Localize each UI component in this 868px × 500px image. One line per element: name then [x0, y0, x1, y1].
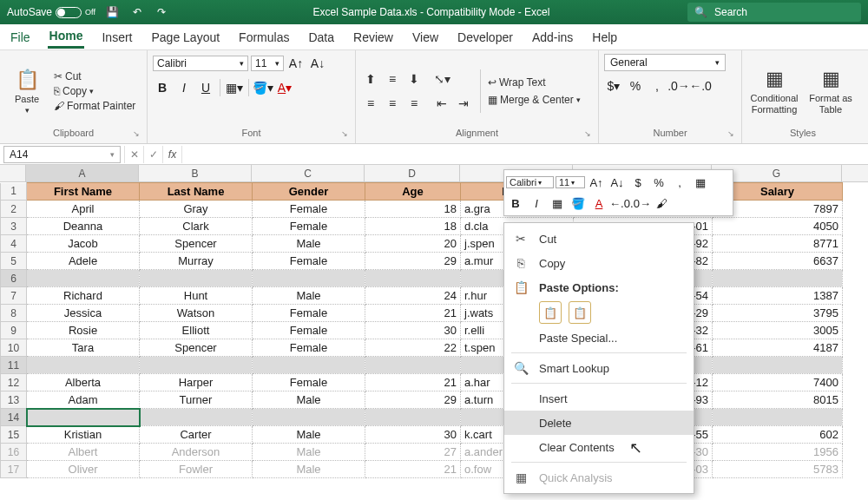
increase-indent-icon[interactable]: ⇥: [454, 94, 473, 113]
cell[interactable]: Kristian: [27, 426, 140, 444]
fill-color-button[interactable]: 🪣: [569, 194, 588, 213]
font-color-button[interactable]: A▾: [275, 78, 294, 97]
cell[interactable]: 22: [365, 339, 461, 357]
cell[interactable]: Watson: [140, 305, 253, 322]
cell[interactable]: [253, 409, 365, 426]
cell[interactable]: [27, 409, 140, 426]
comma-icon[interactable]: ,: [670, 173, 689, 192]
cell[interactable]: [253, 270, 365, 287]
row-header[interactable]: 6: [1, 270, 27, 287]
number-format-select[interactable]: General▾: [604, 54, 726, 71]
cell[interactable]: 27: [365, 444, 461, 461]
row-header[interactable]: 9: [1, 322, 27, 339]
cell[interactable]: April: [27, 201, 140, 218]
tab-data[interactable]: Data: [306, 27, 336, 48]
menu-copy[interactable]: ⎘Copy: [504, 251, 694, 275]
cell[interactable]: 8771: [713, 235, 843, 253]
increase-decimal-icon[interactable]: .0→: [631, 194, 650, 213]
percent-icon[interactable]: %: [649, 173, 668, 192]
font-name-select[interactable]: Calibri▾: [153, 56, 248, 71]
italic-button[interactable]: I: [527, 194, 546, 213]
fill-color-button[interactable]: 🪣▾: [253, 78, 273, 97]
cell[interactable]: Oliver: [27, 461, 140, 478]
paste-option-default[interactable]: 📋: [539, 301, 562, 324]
format-painter-icon[interactable]: 🖌: [652, 194, 671, 213]
row-header[interactable]: 10: [1, 339, 27, 357]
cell[interactable]: Male: [253, 391, 365, 409]
menu-paste-special[interactable]: Paste Special...: [504, 326, 694, 350]
header-cell[interactable]: First Name: [27, 183, 140, 201]
bold-button[interactable]: B: [153, 78, 172, 97]
increase-font-icon[interactable]: A↑: [286, 54, 306, 73]
autosave-toggle[interactable]: AutoSave Off: [7, 6, 95, 18]
tab-formulas[interactable]: Formulas: [237, 27, 291, 48]
currency-icon[interactable]: $: [628, 173, 648, 192]
cell[interactable]: Male: [253, 461, 365, 478]
cell[interactable]: Gray: [140, 201, 253, 218]
tab-file[interactable]: File: [9, 27, 32, 48]
cell[interactable]: [140, 357, 253, 374]
row-header[interactable]: 14: [1, 409, 27, 426]
cell[interactable]: Anderson: [140, 444, 253, 461]
tab-home[interactable]: Home: [48, 25, 85, 49]
spreadsheet-grid[interactable]: ABCDEFG 1First NameLast NameGenderAgeEma…: [0, 165, 868, 478]
cell[interactable]: Murray: [140, 253, 253, 270]
cell[interactable]: 18: [365, 218, 461, 235]
cell[interactable]: Alberta: [27, 374, 140, 391]
cell[interactable]: 3795: [713, 305, 843, 322]
cell[interactable]: 24: [365, 287, 461, 305]
menu-cut[interactable]: ✂Cut: [504, 227, 694, 251]
cell[interactable]: [365, 270, 461, 287]
tab-add-ins[interactable]: Add-ins: [530, 27, 575, 48]
border-button[interactable]: ▦: [548, 194, 567, 213]
row-header[interactable]: 16: [1, 444, 27, 461]
row-header[interactable]: 17: [1, 461, 27, 478]
orientation-icon[interactable]: ⤡▾: [432, 69, 451, 89]
header-cell[interactable]: Last Name: [140, 183, 253, 201]
cell[interactable]: Turner: [140, 391, 253, 409]
dialog-launcher-icon[interactable]: ↘: [727, 129, 734, 138]
tab-help[interactable]: Help: [590, 27, 619, 48]
row-header[interactable]: 15: [1, 426, 27, 444]
wrap-text-button[interactable]: ↩Wrap Text: [488, 76, 581, 89]
menu-insert[interactable]: Insert: [504, 386, 694, 411]
cell[interactable]: Spencer: [140, 235, 253, 253]
cell[interactable]: [713, 357, 843, 374]
name-box[interactable]: A14▾: [3, 146, 121, 163]
cell[interactable]: Richard: [27, 287, 140, 305]
cell[interactable]: 6637: [713, 253, 843, 270]
cell[interactable]: 29: [365, 253, 461, 270]
cell[interactable]: 5783: [713, 461, 843, 478]
cell[interactable]: Rosie: [27, 322, 140, 339]
dialog-launcher-icon[interactable]: ↘: [584, 129, 591, 138]
bold-button[interactable]: B: [506, 194, 525, 213]
tab-review[interactable]: Review: [352, 27, 395, 48]
cell[interactable]: 1387: [713, 287, 843, 305]
cell[interactable]: 30: [365, 426, 461, 444]
decrease-decimal-icon[interactable]: ←.0: [691, 76, 710, 95]
currency-icon[interactable]: $▾: [604, 76, 623, 95]
cell[interactable]: [27, 357, 140, 374]
cell[interactable]: Female: [253, 322, 365, 339]
mini-size-select[interactable]: 11▾: [556, 176, 585, 188]
cell[interactable]: 4050: [713, 218, 843, 235]
row-header[interactable]: 11: [1, 357, 27, 374]
menu-delete[interactable]: Delete: [504, 411, 694, 435]
font-size-select[interactable]: 11▾: [251, 56, 284, 71]
cell[interactable]: Deanna: [27, 218, 140, 235]
merge-center-button[interactable]: ▦Merge & Center▾: [488, 94, 581, 106]
align-bottom-icon[interactable]: ⬇: [404, 69, 424, 89]
row-header[interactable]: 4: [1, 235, 27, 253]
cell[interactable]: Female: [253, 374, 365, 391]
tab-developer[interactable]: Developer: [456, 27, 515, 48]
cell[interactable]: Spencer: [140, 339, 253, 357]
undo-icon[interactable]: ↶: [130, 5, 144, 19]
column-header-A[interactable]: A: [26, 165, 139, 181]
save-icon[interactable]: 💾: [106, 5, 120, 19]
cell[interactable]: [713, 270, 843, 287]
fx-icon[interactable]: fx: [162, 146, 181, 163]
cell[interactable]: [713, 409, 843, 426]
row-header[interactable]: 2: [1, 201, 27, 218]
increase-font-icon[interactable]: A↑: [587, 173, 606, 192]
row-header[interactable]: 3: [1, 218, 27, 235]
